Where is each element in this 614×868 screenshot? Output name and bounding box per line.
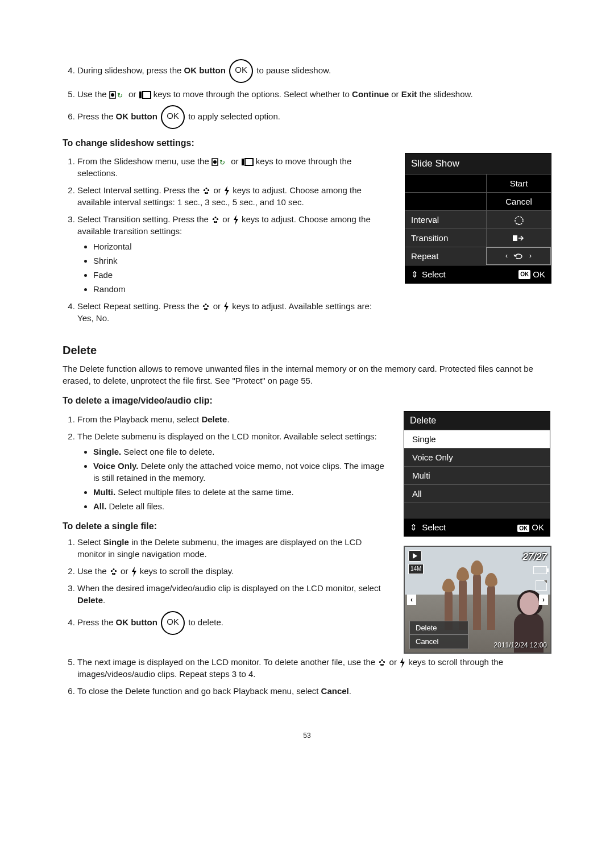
repeat-icon <box>513 252 524 260</box>
step-5: Use the ↻ or keys to move through the op… <box>77 88 551 100</box>
svg-rect-4 <box>143 92 151 98</box>
svg-rect-8 <box>242 159 244 165</box>
step-4: During slideshow, press the OK button OK… <box>77 59 551 83</box>
delete-options: Single. Select one file to delete. Voice… <box>77 446 388 512</box>
flash-key-icon <box>223 186 230 196</box>
battery-icon <box>533 566 547 574</box>
interval-icon: 3s <box>513 215 525 225</box>
scenery-shape <box>457 567 469 581</box>
heading-delete-clip: To delete a image/video/audio clip: <box>63 394 551 407</box>
slideshow-transition-label: Transition <box>405 229 486 247</box>
transition-shrink: Shrink <box>93 255 389 267</box>
scenery-shape <box>485 573 497 587</box>
change-step-4: Select Repeat setting. Press the or keys… <box>77 300 389 324</box>
next-arrow-icon[interactable]: › <box>539 595 548 605</box>
slideshow-ok-hint: OK <box>533 268 545 280</box>
chevron-left-icon: ‹ <box>505 251 508 261</box>
slideshow-transition-value[interactable] <box>486 229 551 247</box>
delete-menu-all[interactable]: All <box>404 484 550 502</box>
slideshow-panel-title: Slide Show <box>405 153 551 174</box>
delete-menu-panel: Delete Single Voice Only Multi All ⇕ Sel… <box>404 411 550 537</box>
flower-key-icon <box>202 186 211 196</box>
resolution-badge: 14M <box>408 564 424 574</box>
delete-menu-ok-hint: OK <box>532 522 544 532</box>
slideshow-cancel[interactable]: Cancel <box>486 193 551 210</box>
single-step-3: When the desired image/video/audio clip … <box>77 582 388 606</box>
display-key-icon <box>139 90 151 99</box>
slideshow-interval-label: Interval <box>405 211 486 229</box>
page-number: 53 <box>63 731 551 741</box>
single-step-6: To close the Delete function and go back… <box>77 685 551 697</box>
change-step-3: Select Transition setting. Press the or … <box>77 213 389 295</box>
delete-menu-single[interactable]: Single <box>404 430 550 448</box>
change-step-2: Select Interval setting. Press the or ke… <box>77 184 389 208</box>
flash-key-icon <box>233 215 239 225</box>
single-step-1: Select Single in the Delete submenu, the… <box>77 536 388 560</box>
slideshow-repeat-label: Repeat <box>405 247 486 265</box>
ok-button-icon: OK <box>229 59 253 83</box>
slideshow-select-hint: Select <box>422 268 446 280</box>
delete-description: The Delete function allows to remove unw… <box>63 363 551 387</box>
steps-continued: During slideshow, press the OK button OK… <box>63 59 551 129</box>
change-step-1: From the Slideshow menu, use the ↻ or ke… <box>77 155 389 179</box>
updown-icon: ⇕ <box>411 268 418 280</box>
transition-fade: Fade <box>93 269 389 281</box>
delete-menu-voice[interactable]: Voice Only <box>404 448 550 466</box>
delete-opt-voice: Voice Only. Delete only the attached voi… <box>93 460 388 484</box>
scenery-shape <box>473 573 481 630</box>
svg-rect-3 <box>139 92 142 98</box>
macro-key-icon: ↻ <box>109 90 126 99</box>
ok-button-icon: OK <box>161 611 185 635</box>
image-counter: 27/27 <box>522 550 547 564</box>
step-6: Press the OK button OK to apply selected… <box>77 105 551 129</box>
transition-options: Horizontal Shrink Fade Random <box>77 240 389 295</box>
delete-opt-single: Single. Select one file to delete. <box>93 446 388 458</box>
macro-key-icon: ↻ <box>211 157 229 167</box>
delete-opt-all: All. Delete all files. <box>93 500 388 512</box>
slideshow-start[interactable]: Start <box>486 175 551 192</box>
transition-random: Random <box>93 283 389 295</box>
transition-horizontal: Horizontal <box>93 240 389 252</box>
updown-icon: ⇕ <box>410 522 417 532</box>
playback-mode-icon <box>408 550 422 562</box>
slideshow-repeat-value[interactable]: ‹ › <box>486 247 551 265</box>
delete-menu-title: Delete <box>404 412 550 430</box>
prev-arrow-icon[interactable]: ‹ <box>407 595 416 605</box>
flash-key-icon <box>399 658 406 668</box>
svg-text:↻: ↻ <box>219 159 225 167</box>
heading-change-settings: To change slideshow settings: <box>63 137 551 149</box>
flash-key-icon <box>131 567 138 577</box>
svg-rect-9 <box>245 159 253 165</box>
delete-clip-step-2: The Delete submenu is displayed on the L… <box>77 430 388 512</box>
delete-clip-step-1: From the Playback menu, select Delete. <box>77 413 388 425</box>
memory-card-icon <box>536 580 547 591</box>
delete-menu-select-hint: Select <box>422 522 446 532</box>
scenery-shape <box>471 560 483 575</box>
svg-text:3s: 3s <box>516 222 521 225</box>
flash-key-icon <box>223 302 230 312</box>
svg-text:↻: ↻ <box>117 92 123 99</box>
flower-key-icon <box>109 567 118 576</box>
flower-key-icon <box>377 658 387 667</box>
ok-button-icon: OK <box>161 105 185 129</box>
chevron-right-icon: › <box>529 251 532 261</box>
flower-key-icon <box>201 302 210 312</box>
heading-delete-single: To delete a single file: <box>63 520 388 533</box>
single-step-4: Press the OK button OK to delete. <box>77 611 388 635</box>
slideshow-interval-value[interactable]: 3s <box>486 211 551 229</box>
transition-icon <box>513 234 525 242</box>
preview-timestamp: 2011/12/24 12:00 <box>494 641 547 650</box>
delete-single-steps-cont: The next image is displayed on the LCD m… <box>63 656 551 697</box>
delete-menu-multi[interactable]: Multi <box>404 466 550 484</box>
preview-cancel-option[interactable]: Cancel <box>409 634 468 649</box>
slideshow-panel: Slide Show Start Cancel Interval 3s Tran… <box>405 153 551 284</box>
single-step-2: Use the or keys to scroll the display. <box>77 565 388 577</box>
ok-badge-icon: OK <box>517 525 529 532</box>
delete-clip-steps: From the Playback menu, select Delete. T… <box>63 413 388 512</box>
display-key-icon <box>241 157 254 167</box>
svg-rect-12 <box>513 235 517 241</box>
delete-single-steps: Select Single in the Delete submenu, the… <box>63 536 388 635</box>
preview-delete-option[interactable]: Delete <box>409 621 468 636</box>
svg-point-1 <box>111 93 114 97</box>
scenery-shape <box>442 579 455 592</box>
